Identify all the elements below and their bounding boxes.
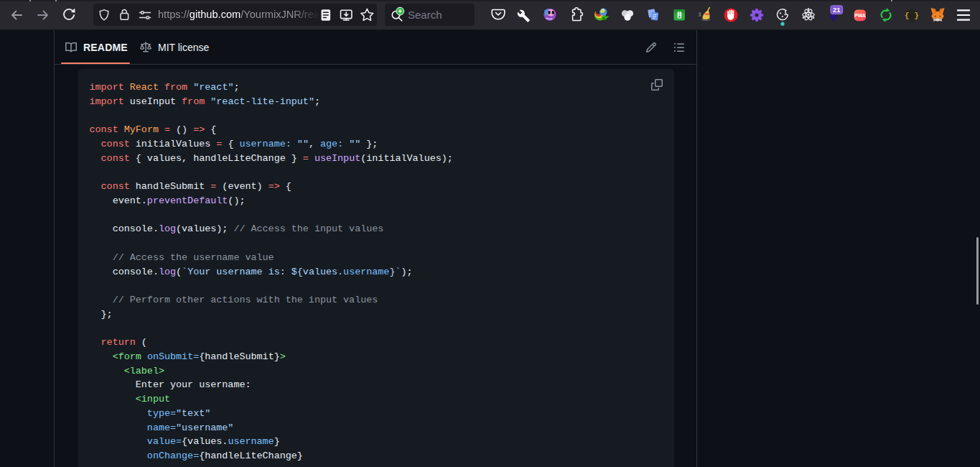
svg-text:Search: Search [408,9,442,21]
svg-text:{ }: { } [905,11,919,20]
svg-text:21: 21 [833,6,841,14]
svg-text:PWA: PWA [854,13,866,18]
